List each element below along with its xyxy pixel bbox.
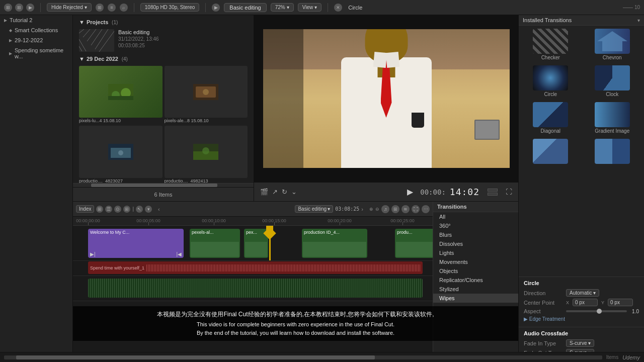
clip-produ-short[interactable]: produ...: [395, 229, 433, 258]
trans-cat-stylized[interactable]: Stylized: [433, 285, 518, 294]
video-arrow-icon[interactable]: ↗: [272, 188, 278, 196]
sidebar-item-label: 29-12-2022: [15, 37, 43, 43]
tl-icon-3[interactable]: ⊙: [114, 206, 121, 213]
trans-cat-wipes[interactable]: Wipes: [433, 294, 518, 303]
smart-collections-icon: ◆: [9, 28, 12, 33]
tl-blade-icon[interactable]: ▾: [145, 206, 152, 213]
trans-item-extra1[interactable]: [522, 139, 580, 165]
zoom-button[interactable]: 72% ▾: [271, 3, 294, 12]
tl-icon-4[interactable]: ⊞: [123, 206, 130, 213]
subtitle-en1: This video is for complete beginners wit…: [83, 320, 508, 329]
tl-zoom-out-icon[interactable]: ⊖: [375, 207, 379, 212]
aspect-slider[interactable]: [566, 310, 627, 312]
video-rotate-icon[interactable]: ↻: [282, 188, 287, 196]
close-icon[interactable]: ✕: [334, 4, 342, 12]
dec-chevron-icon: ▼: [79, 56, 85, 62]
installed-chevron-icon[interactable]: ▾: [637, 18, 640, 23]
transitions-grid: Checker Chevron Circle Clock: [519, 26, 644, 277]
projects-section-header[interactable]: ▼ Projects (1): [75, 17, 252, 27]
trans-cat-all[interactable]: All: [433, 212, 518, 221]
tl-more-icon[interactable]: ⋯: [422, 205, 430, 213]
resolution-button[interactable]: 1080p HD 30p, Stereo: [140, 3, 200, 12]
clip-production-id4-label: production ID_4...: [302, 229, 367, 236]
hide-rejected-button[interactable]: Hide Rejected ▾: [47, 3, 92, 12]
video-clapboard-icon[interactable]: 🎬: [260, 188, 268, 196]
bg-left-shadow: [263, 29, 303, 168]
clip-ale-label: pixels-ale...8 15.08.10: [165, 118, 248, 124]
clip-prod1[interactable]: productio...._4823027: [79, 126, 163, 183]
tl-settings-icon[interactable]: ⊞: [391, 205, 399, 213]
sidebar-item-smart-collections[interactable]: ◆ Smart Collections: [0, 25, 72, 35]
trans-item-gradient[interactable]: Gradient Image: [584, 102, 641, 134]
dec-count: (4): [120, 56, 128, 62]
chevron-icon: ▶: [4, 18, 7, 23]
trans-cat-objects[interactable]: Objects: [433, 266, 518, 276]
project-info: Basic editing 31/12/2022, 13:46 00:03:08…: [118, 29, 248, 48]
sidebar-item-29-12-2022[interactable]: ▶ 29-12-2022: [0, 35, 72, 45]
trans-item-clock[interactable]: Clock: [584, 65, 641, 97]
trans-label-clock: Clock: [606, 92, 618, 97]
app-icon-1[interactable]: ⊞: [4, 4, 12, 12]
clip-pexels-al[interactable]: pexels-al...: [190, 229, 240, 258]
center-y-input[interactable]: [608, 299, 633, 306]
trans-cat-replicator[interactable]: Replicator/Clones: [433, 276, 518, 285]
audio-waveform-2: [88, 279, 423, 298]
udemy-label: Udemy: [622, 354, 640, 360]
edge-treatment-label[interactable]: ▶ Edge Treatment: [524, 316, 565, 322]
clip-lu[interactable]: pixels-lu...4 15.08.10: [79, 66, 163, 124]
right-col: Installed Transitions ▾ Checker Chevron: [518, 15, 644, 362]
trans-item-chevron[interactable]: Chevron: [584, 29, 641, 60]
video-chevron-icon[interactable]: ⌄: [291, 188, 297, 196]
clip-prod2[interactable]: productio...._4982413: [165, 126, 248, 183]
clip-production-id4[interactable]: production ID_4...: [302, 229, 367, 258]
tl-zoom-in-icon[interactable]: ⊕: [369, 207, 373, 212]
sidebar-item-tutorial2[interactable]: ▶ Tutorial 2: [0, 15, 72, 25]
trans-item-extra2[interactable]: [584, 139, 641, 165]
tl-icon-1[interactable]: ⊞: [96, 206, 103, 213]
tl-waveform-icon[interactable]: ≋: [401, 205, 410, 213]
trans-thumb-extra1: [533, 139, 568, 164]
tl-fullscreen-icon[interactable]: ⛶: [412, 205, 420, 213]
view-button[interactable]: View ▾: [298, 3, 322, 12]
sidebar-item-spending[interactable]: ▶ Spending sometime w...: [0, 45, 72, 61]
project-name-button[interactable]: Basic editing ▾: [295, 205, 333, 213]
tl-headphones-icon[interactable]: ♬: [381, 205, 389, 213]
list-icon[interactable]: ≡: [108, 4, 116, 12]
trans-item-checker[interactable]: Checker: [522, 29, 580, 60]
fullscreen-icon[interactable]: ⛶: [506, 188, 512, 196]
project-item-basic-editing[interactable]: Basic editing 31/12/2022, 13:46 00:03:08…: [75, 27, 252, 54]
trans-cat-lights[interactable]: Lights: [433, 248, 518, 257]
clip-lu-label: pixels-lu...4 15.08.10: [79, 118, 163, 124]
play-button[interactable]: ▶: [404, 186, 416, 198]
tl-back-icon[interactable]: ‹: [158, 206, 160, 212]
trans-cat-movements[interactable]: Movements: [433, 257, 518, 266]
fade-in-select[interactable]: S-curve ▾: [566, 339, 594, 347]
trans-item-circle[interactable]: Circle: [522, 65, 580, 97]
dec-section-header[interactable]: ▼ 29 Dec 2022 (4): [75, 54, 252, 64]
trans-thumb-chevron: [595, 29, 630, 54]
camera-icon[interactable]: ▶: [212, 4, 220, 12]
trans-cat-blurs[interactable]: Blurs: [433, 230, 518, 239]
timeline-ruler: 00:00:00:00 00:00:05:00 00:00:10:00 00:0…: [73, 217, 433, 226]
tl-cursor-icon[interactable]: ↖: [136, 206, 143, 213]
tick-5: [403, 222, 403, 225]
prop-direction: Direction Automatic ▾: [524, 289, 639, 297]
clip-ale[interactable]: pixels-ale...8 15.08.10: [165, 66, 248, 124]
search-icon[interactable]: ⌕: [120, 4, 128, 12]
grid-icon[interactable]: ⊞: [96, 4, 104, 12]
sidebar-item-label: Spending sometime w...: [15, 47, 68, 59]
app-icon-3[interactable]: ▶: [26, 4, 34, 12]
app-icon-2[interactable]: ⊞: [15, 4, 23, 12]
tl-forward-icon[interactable]: ›: [361, 206, 363, 212]
index-button[interactable]: Index: [76, 205, 94, 213]
center-x-input[interactable]: [573, 299, 598, 306]
trans-item-diagonal[interactable]: Diagonal: [522, 102, 580, 134]
trans-cat-dissolves[interactable]: Dissolves: [433, 239, 518, 248]
audio-track-2: [73, 276, 433, 301]
direction-select[interactable]: Automatic ▾: [566, 289, 599, 297]
clip-pexels-al-label: pexels-al...: [190, 229, 240, 236]
clip-welcome[interactable]: Welcome to My C... ▶| |◀: [88, 229, 184, 258]
trans-cat-360[interactable]: 360°: [433, 221, 518, 230]
tl-icon-2[interactable]: ☰: [105, 206, 112, 213]
trans-row-1: Checker Chevron: [522, 29, 641, 60]
